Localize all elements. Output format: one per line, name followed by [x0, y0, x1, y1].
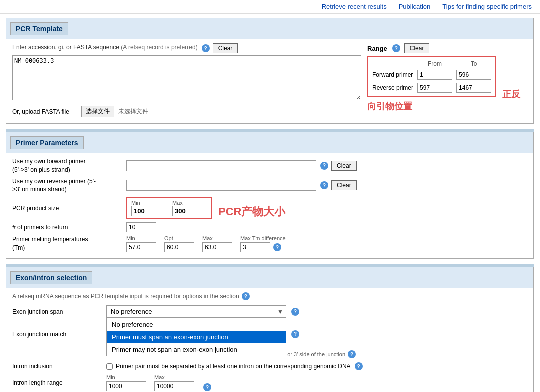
junction-match-notice-help-icon[interactable]: ?: [348, 350, 356, 358]
tm-max-label: Max: [202, 235, 232, 241]
range-from-header: From: [416, 59, 454, 68]
intron-range-label: Intron length range: [12, 379, 102, 386]
intron-inclusion-help-icon[interactable]: ?: [355, 362, 363, 370]
accession-textarea[interactable]: NM_000633.3: [12, 55, 362, 100]
junction-span-help-icon[interactable]: ?: [292, 308, 300, 316]
forward-primer-param-control: ? Clear: [126, 160, 528, 171]
size-max-group: Max 300: [172, 200, 208, 216]
junction-match-label: Exon junction match: [12, 331, 102, 338]
upload-row: Or, upload FASTA file 选择文件 未选择文件: [12, 106, 362, 117]
intron-inclusion-label: Intron inclusion: [12, 363, 102, 370]
tips-link[interactable]: Tips for finding specific primers: [442, 3, 532, 10]
primer-params-header-row: Primer Parameters: [6, 132, 534, 153]
clear-accession-button[interactable]: Clear: [213, 43, 238, 53]
tm-min-group: Min 57.0: [126, 235, 156, 252]
forward-primer-param-label: Use my own forward primer (5'->3' on plu…: [12, 157, 122, 174]
reverse-primer-clear-button[interactable]: Clear: [332, 180, 357, 190]
reverse-primer-input[interactable]: [126, 180, 316, 191]
dropdown-item-may-not-span[interactable]: Primer may not span an exon-exon junctio…: [107, 343, 286, 356]
pcr-min-input[interactable]: 100: [132, 206, 166, 216]
forward-to-input[interactable]: 596: [456, 70, 492, 80]
intron-inclusion-control: Primer pair must be separated by at leas…: [106, 362, 528, 370]
forward-primer-help-icon[interactable]: ?: [320, 162, 328, 170]
intron-min-input[interactable]: 1000: [106, 381, 146, 391]
pcr-template-title: PCR Template: [10, 22, 68, 35]
reverse-primer-label: Reverse primer: [370, 81, 416, 94]
exon-notice-help-icon[interactable]: ?: [242, 292, 250, 300]
template-right: Range ? Clear From To: [368, 43, 528, 117]
accession-hint: (A refseq record is preferred): [121, 44, 198, 51]
dropdown-list: No preference Primer must span an exon-e…: [106, 318, 286, 356]
tm-max-diff-group: Max Tm difference 3 ?: [240, 235, 286, 252]
junction-match-help-icon[interactable]: ?: [292, 330, 300, 338]
publication-link[interactable]: Publication: [399, 3, 431, 10]
pcr-size-label: PCR product size: [12, 205, 122, 212]
accession-label: Enter accession, gi, or FASTA sequence (…: [12, 44, 198, 51]
range-table: From To Forward primer 1 596: [370, 59, 494, 94]
range-header-row: Range ? Clear: [368, 43, 528, 53]
pcr-template-header-row: PCR Template: [6, 18, 534, 39]
tm-diff-help-icon[interactable]: ?: [274, 243, 282, 251]
tm-max-group: Max 63.0: [202, 235, 232, 252]
tm-opt-input[interactable]: 60.0: [164, 242, 194, 252]
clear-range-button[interactable]: Clear: [404, 43, 430, 53]
range-label: Range: [368, 45, 388, 52]
num-primers-input[interactable]: 10: [126, 222, 156, 232]
tm-min-label: Min: [126, 235, 156, 241]
range-help-icon[interactable]: ?: [392, 44, 400, 52]
primer-params-title: Primer Parameters: [10, 136, 84, 149]
no-file-label: 未选择文件: [118, 107, 148, 116]
forward-primer-row: Forward primer 1 596: [370, 68, 494, 81]
tm-min-input[interactable]: 57.0: [126, 242, 156, 252]
forward-primer-input[interactable]: [126, 160, 316, 171]
intron-max-label: Max: [154, 374, 194, 380]
num-primers-control: 10: [126, 222, 528, 232]
dropdown-item-no-preference[interactable]: No preference: [107, 318, 286, 331]
forward-primer-clear-button[interactable]: Clear: [332, 161, 357, 171]
reverse-from-input[interactable]: 597: [418, 83, 452, 93]
exon-header-row: Exon/intron selection: [6, 267, 534, 288]
reverse-primer-row: Reverse primer 597 1467: [370, 81, 494, 94]
forward-primer-label: Forward primer: [370, 68, 416, 81]
choose-file-button[interactable]: 选择文件: [82, 106, 114, 117]
top-nav: Retrieve recent results Publication Tips…: [0, 0, 540, 14]
exon-section-title: Exon/intron selection: [10, 271, 92, 284]
retrieve-recent-link[interactable]: Retrieve recent results: [322, 3, 387, 10]
exon-notice: A refseq mRNA sequence as PCR template i…: [12, 292, 528, 300]
main-content: PCR Template Enter accession, gi, or FAS…: [0, 14, 540, 392]
params-grid: Use my own forward primer (5'->3' on plu…: [12, 157, 528, 252]
exon-grid: Exon junction span No preference Primer …: [12, 305, 528, 391]
tm-opt-group: Opt 60.0: [164, 235, 194, 252]
dropdown-item-must-span[interactable]: Primer must span an exon-exon junction: [107, 331, 286, 343]
intron-inclusion-text: Primer pair must be separated by at leas…: [116, 363, 351, 370]
reverse-to-input[interactable]: 1467: [456, 83, 492, 93]
intron-min-group: Min 1000: [106, 374, 146, 391]
tm-opt-label: Opt: [164, 235, 194, 241]
size-box: Min 100 Max 300: [126, 197, 212, 219]
tm-controls: Min 57.0 Opt 60.0 Max 63.0 Max Tm differ…: [126, 235, 528, 252]
intron-max-input[interactable]: 10000: [154, 381, 194, 391]
pcr-max-input[interactable]: 300: [172, 206, 208, 216]
junction-span-dropdown[interactable]: No preference Primer must span an exon-e…: [106, 305, 286, 318]
reverse-primer-help-icon[interactable]: ?: [320, 181, 328, 189]
intron-max-group: Max 10000: [154, 374, 194, 391]
forward-from-input[interactable]: 1: [418, 70, 452, 80]
reverse-primer-param-control: ? Clear: [126, 180, 528, 191]
junction-span-select[interactable]: No preference Primer must span an exon-e…: [106, 305, 286, 318]
junction-span-control: No preference Primer must span an exon-e…: [106, 305, 528, 318]
intron-range-help-icon[interactable]: ?: [204, 383, 212, 391]
accession-help-icon[interactable]: ?: [202, 44, 210, 52]
reverse-primer-param-label: Use my own reverse primer (5'- >3' on mi…: [12, 177, 122, 194]
num-primers-label: # of primers to return: [12, 224, 122, 231]
pcr-annotation: PCR产物大小: [218, 204, 286, 219]
size-min-label: Min: [132, 200, 140, 206]
intron-inclusion-checkbox[interactable]: [106, 363, 113, 370]
tm-max-diff-input[interactable]: 3: [240, 242, 270, 252]
tm-max-input[interactable]: 63.0: [202, 242, 232, 252]
intron-min-label: Min: [106, 374, 146, 380]
pcr-size-control: Min 100 Max 300 PCR产物大小: [126, 197, 528, 219]
range-empty-header: [370, 59, 416, 68]
range-container: From To Forward primer 1 596: [368, 56, 496, 97]
pcr-template-section: PCR Template Enter accession, gi, or FAS…: [6, 18, 534, 124]
template-left: Enter accession, gi, or FASTA sequence (…: [12, 43, 362, 117]
